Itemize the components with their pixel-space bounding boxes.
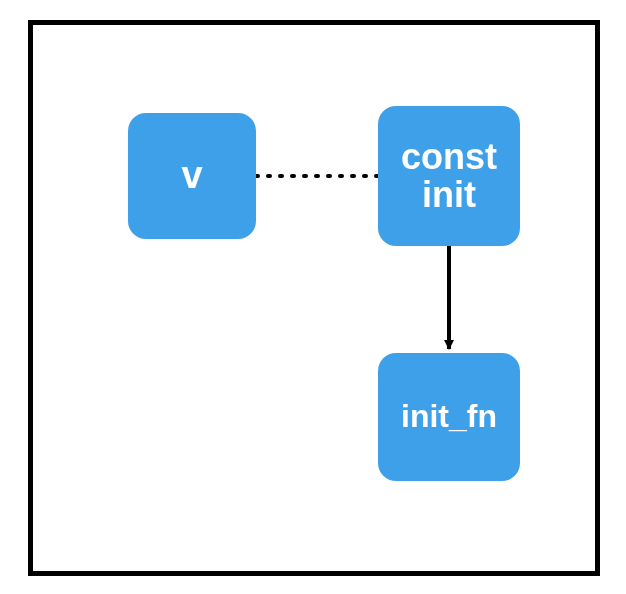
node-constinit-label: const init — [401, 138, 497, 214]
node-init-fn-label: init_fn — [401, 400, 497, 434]
node-init-fn: init_fn — [378, 353, 520, 481]
diagram-canvas: v const init init_fn — [0, 0, 626, 594]
node-constinit: const init — [378, 106, 520, 246]
node-v: v — [128, 113, 256, 239]
diagram-frame — [28, 20, 600, 576]
node-v-label: v — [181, 156, 202, 196]
